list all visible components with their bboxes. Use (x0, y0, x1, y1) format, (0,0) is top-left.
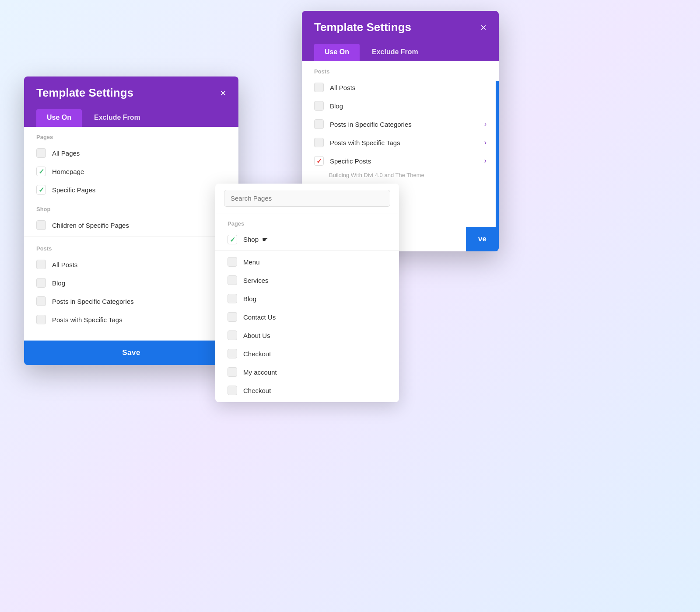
list-item-blog-search[interactable]: Blog (215, 289, 399, 308)
checkbox-services[interactable] (228, 275, 237, 285)
section-label-shop-left: Shop (24, 199, 238, 216)
checkmark-shop-search: ✓ (230, 236, 235, 244)
section-label-pages-left: Pages (24, 127, 238, 144)
modal-template-settings-left[interactable]: Template Settings × Use On Exclude From … (24, 76, 238, 365)
modal-title-right: Template Settings (314, 21, 411, 34)
modal-title-left: Template Settings (36, 86, 133, 100)
section-label-posts-left: Posts (24, 238, 238, 255)
list-item-services[interactable]: Services (215, 271, 399, 289)
checkmark-specific-posts-right: ✓ (316, 157, 322, 165)
section-label-pages-search: Pages (215, 213, 399, 230)
item-label-blog-search: Blog (243, 295, 387, 303)
item-label-specific-posts-right: Specific Posts (330, 157, 484, 165)
checkbox-posts-categories-left[interactable] (36, 296, 46, 306)
list-item-about-us[interactable]: About Us (215, 326, 399, 344)
list-item-checkout[interactable]: Checkout (215, 344, 399, 363)
item-label-my-account: My account (243, 369, 387, 376)
checkbox-homepage[interactable]: ✓ (36, 167, 46, 176)
item-label-checkout2: Checkout (243, 387, 387, 394)
close-button-left[interactable]: × (220, 88, 226, 98)
checkbox-posts-categories-right[interactable] (314, 119, 324, 129)
checkbox-posts-tags-right[interactable] (314, 138, 324, 147)
item-label-posts-categories-right: Posts in Specific Categories (330, 121, 484, 128)
checkbox-contact-us[interactable] (228, 312, 237, 322)
modal-body-left: Pages All Pages ✓ Homepage ✓ Specific Pa… (24, 127, 238, 341)
item-label-all-posts-right: All Posts (330, 84, 486, 91)
close-button-right[interactable]: × (480, 22, 486, 33)
item-label-all-posts-left: All Posts (52, 261, 226, 268)
list-item-checkout2[interactable]: Checkout (215, 381, 399, 400)
list-item-specific-pages[interactable]: ✓ Specific Pages › (24, 181, 238, 199)
list-item-posts-categories-left[interactable]: Posts in Specific Categories › (24, 292, 238, 310)
arrow-posts-tags-right: › (484, 139, 486, 146)
item-label-posts-categories-left: Posts in Specific Categories (52, 298, 224, 305)
arrow-specific-posts-right: › (484, 157, 486, 165)
modal-tabs-right: Use On Exclude From (302, 44, 499, 61)
cursor-icon: ☛ (262, 236, 268, 243)
list-item-children-specific[interactable]: Children of Specific Pages › (24, 216, 238, 234)
checkbox-all-posts-left[interactable] (36, 260, 46, 269)
tab-use-on-left[interactable]: Use On (36, 109, 82, 127)
item-label-menu: Menu (243, 258, 387, 266)
checkmark-specific-pages: ✓ (38, 186, 44, 194)
save-button-left[interactable]: Save (24, 341, 238, 365)
search-results-body: Pages ✓ Shop ☛ Menu Services Blog Contac… (215, 213, 399, 402)
item-label-homepage: Homepage (52, 168, 226, 175)
building-note: Building With Divi 4.0 and The Theme (302, 170, 499, 183)
list-item-blog-left[interactable]: Blog (24, 274, 238, 292)
tab-use-on-right[interactable]: Use On (314, 44, 360, 61)
modal-header-left: Template Settings × (24, 76, 238, 109)
tab-exclude-from-right[interactable]: Exclude From (361, 44, 429, 61)
modal-header-right: Template Settings × (302, 11, 499, 44)
checkbox-all-posts-right[interactable] (314, 83, 324, 92)
section-label-posts-right: Posts (302, 61, 499, 78)
checkbox-blog-left[interactable] (36, 278, 46, 288)
checkbox-checkout2[interactable] (228, 386, 237, 395)
checkmark-homepage: ✓ (38, 167, 44, 176)
checkbox-specific-pages[interactable]: ✓ (36, 185, 46, 195)
list-item-specific-posts-right[interactable]: ✓ Specific Posts › (302, 152, 499, 170)
list-item-posts-tags-left[interactable]: Posts with Specific Tags › (24, 310, 238, 329)
tab-exclude-from-left[interactable]: Exclude From (84, 109, 151, 127)
item-label-children-specific: Children of Specific Pages (52, 222, 224, 229)
checkbox-checkout[interactable] (228, 349, 237, 358)
arrow-posts-categories-right: › (484, 120, 486, 128)
list-item-homepage[interactable]: ✓ Homepage (24, 162, 238, 181)
checkbox-my-account[interactable] (228, 367, 237, 377)
checkbox-children-specific[interactable] (36, 220, 46, 230)
modal-tabs-left: Use On Exclude From (24, 109, 238, 127)
checkbox-blog-right[interactable] (314, 101, 324, 111)
item-label-blog-right: Blog (330, 102, 486, 110)
checkbox-menu[interactable] (228, 257, 237, 267)
list-item-contact-us[interactable]: Contact Us (215, 308, 399, 326)
checkbox-all-pages[interactable] (36, 148, 46, 158)
scroll-bar-right (496, 81, 499, 251)
list-item-all-pages[interactable]: All Pages (24, 144, 238, 162)
list-item-blog-right[interactable]: Blog (302, 97, 499, 115)
save-button-right[interactable]: ve (466, 227, 499, 251)
item-label-shop-search: Shop ☛ (243, 236, 387, 243)
list-item-posts-tags-right[interactable]: Posts with Specific Tags › (302, 133, 499, 152)
modal-search-pages[interactable]: Pages ✓ Shop ☛ Menu Services Blog Contac… (215, 184, 399, 402)
item-label-services: Services (243, 277, 387, 284)
checkbox-blog-search[interactable] (228, 294, 237, 303)
item-label-about-us: About Us (243, 332, 387, 339)
list-item-my-account[interactable]: My account (215, 363, 399, 381)
item-label-blog-left: Blog (52, 279, 226, 287)
item-label-contact-us: Contact Us (243, 313, 387, 321)
item-label-checkout: Checkout (243, 350, 387, 358)
list-item-posts-categories-right[interactable]: Posts in Specific Categories › (302, 115, 499, 133)
list-item-all-posts-left[interactable]: All Posts (24, 255, 238, 274)
item-label-specific-pages: Specific Pages (52, 186, 224, 194)
search-box (215, 184, 399, 213)
list-item-menu[interactable]: Menu (215, 253, 399, 271)
checkbox-specific-posts-right[interactable]: ✓ (314, 156, 324, 166)
list-item-all-posts-right[interactable]: All Posts (302, 78, 499, 97)
checkbox-shop-search[interactable]: ✓ (228, 235, 237, 244)
item-label-posts-tags-left: Posts with Specific Tags (52, 316, 224, 323)
checkbox-posts-tags-left[interactable] (36, 315, 46, 324)
list-item-shop-search[interactable]: ✓ Shop ☛ (215, 230, 399, 249)
checkbox-about-us[interactable] (228, 330, 237, 340)
search-input[interactable] (224, 190, 390, 207)
item-label-posts-tags-right: Posts with Specific Tags (330, 139, 484, 146)
